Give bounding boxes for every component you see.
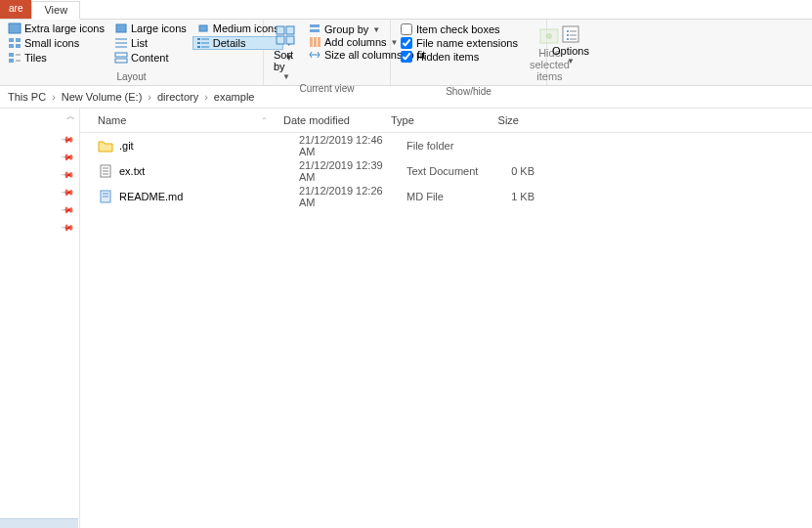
checkbox-icon[interactable] bbox=[401, 37, 412, 49]
svg-rect-6 bbox=[16, 44, 21, 48]
sort-indicator-icon: ⌃ bbox=[261, 116, 268, 125]
breadcrumb-item[interactable]: directory bbox=[157, 91, 198, 103]
chevron-right-icon[interactable]: › bbox=[148, 91, 151, 103]
hide-selected-label: Hide selected items bbox=[530, 47, 570, 82]
pin-icon[interactable]: 📌 bbox=[60, 186, 80, 206]
checkbox-icon[interactable] bbox=[401, 51, 412, 63]
file-icon bbox=[98, 164, 113, 178]
ribbon-group-showhide: Item check boxes File name extensions Hi… bbox=[391, 20, 547, 85]
svg-rect-28 bbox=[310, 37, 313, 47]
group-by-label: Group by bbox=[324, 23, 368, 35]
pin-icon[interactable]: 📌 bbox=[60, 221, 80, 242]
svg-rect-20 bbox=[115, 53, 127, 57]
layout-label: Tiles bbox=[24, 52, 47, 64]
item-check-label: Item check boxes bbox=[416, 23, 500, 35]
pin-icon[interactable]: 📌 bbox=[60, 203, 80, 224]
hidden-label: Hidden items bbox=[416, 51, 479, 63]
group-by-icon bbox=[309, 23, 321, 35]
file-row[interactable]: README.md21/12/2019 12:26 AMMD File1 KB bbox=[80, 184, 812, 209]
tab-view[interactable]: View bbox=[31, 1, 80, 20]
layout-label: Extra large icons bbox=[24, 22, 105, 34]
file-row[interactable]: .git21/12/2019 12:46 AMFile folder bbox=[80, 133, 812, 158]
svg-rect-10 bbox=[197, 38, 200, 40]
svg-rect-3 bbox=[9, 38, 14, 42]
file-size: 0 KB bbox=[491, 165, 542, 177]
layout-list[interactable]: List bbox=[110, 36, 191, 50]
svg-rect-5 bbox=[9, 44, 14, 48]
breadcrumb-item[interactable]: example bbox=[214, 91, 255, 103]
svg-rect-26 bbox=[310, 24, 320, 27]
file-name: .git bbox=[119, 140, 291, 152]
file-name: ex.txt bbox=[119, 165, 291, 177]
svg-rect-27 bbox=[310, 29, 320, 32]
chevron-down-icon: ▼ bbox=[372, 25, 380, 34]
ribbon: Extra large icons Large icons Medium ico… bbox=[0, 20, 812, 86]
fne-label: File name extensions bbox=[416, 37, 518, 49]
breadcrumb-item[interactable]: This PC bbox=[8, 91, 46, 103]
layout-tiles[interactable]: Tiles bbox=[4, 51, 108, 65]
file-icon bbox=[98, 190, 113, 203]
chevron-down-icon: ▼ bbox=[282, 72, 290, 81]
sort-by-button[interactable]: Sort by ▼ bbox=[268, 22, 305, 83]
pin-icon[interactable]: 📌 bbox=[60, 168, 80, 189]
list-icon bbox=[114, 37, 128, 49]
ribbon-group-label: Layout bbox=[4, 71, 259, 83]
file-type: File folder bbox=[399, 140, 491, 152]
collapse-nav-icon[interactable]: ︿ bbox=[66, 110, 75, 123]
svg-point-33 bbox=[546, 33, 552, 39]
layout-label: List bbox=[131, 37, 148, 49]
hidden-items-toggle[interactable]: Hidden items bbox=[401, 51, 518, 63]
layout-label: Large icons bbox=[131, 22, 187, 34]
file-type: Text Document bbox=[399, 165, 491, 177]
ribbon-group-layout: Extra large icons Large icons Medium ico… bbox=[0, 20, 264, 85]
svg-rect-21 bbox=[115, 59, 127, 63]
column-label: Name bbox=[98, 114, 126, 126]
hide-selected-icon bbox=[536, 25, 562, 47]
svg-rect-25 bbox=[286, 36, 294, 44]
add-columns-label: Add columns bbox=[324, 36, 387, 48]
layout-content[interactable]: Content bbox=[110, 51, 191, 65]
details-icon bbox=[196, 37, 210, 49]
file-row[interactable]: ex.txt21/12/2019 12:39 AMText Document0 … bbox=[80, 158, 812, 184]
file-type: MD File bbox=[399, 191, 491, 202]
file-date: 21/12/2019 12:39 AM bbox=[291, 159, 399, 183]
svg-rect-16 bbox=[9, 53, 14, 57]
pin-icon[interactable]: 📌 bbox=[60, 133, 80, 154]
layout-label: Small icons bbox=[24, 37, 79, 49]
layout-small-icons[interactable]: Small icons bbox=[4, 36, 108, 50]
content-icon bbox=[114, 52, 128, 64]
svg-rect-0 bbox=[9, 23, 21, 33]
svg-rect-4 bbox=[16, 38, 21, 42]
svg-rect-23 bbox=[286, 26, 294, 34]
column-header-name[interactable]: Name ⌃ bbox=[80, 112, 276, 128]
layout-extra-large-icons[interactable]: Extra large icons bbox=[4, 22, 108, 35]
large-icons-icon bbox=[114, 22, 128, 34]
file-size: 1 KB bbox=[491, 191, 542, 202]
file-list: Name ⌃ Date modified Type Size .git21/12… bbox=[80, 109, 812, 528]
add-columns-icon bbox=[309, 36, 321, 48]
file-date: 21/12/2019 12:26 AM bbox=[291, 185, 399, 208]
column-header-size[interactable]: Size bbox=[476, 112, 527, 128]
column-header-type[interactable]: Type bbox=[383, 112, 476, 128]
svg-rect-2 bbox=[199, 25, 207, 31]
svg-rect-22 bbox=[277, 26, 284, 34]
checkbox-icon[interactable] bbox=[401, 23, 412, 35]
status-bar bbox=[0, 518, 78, 528]
svg-rect-12 bbox=[197, 42, 200, 44]
column-headers: Name ⌃ Date modified Type Size bbox=[80, 109, 812, 133]
tab-share[interactable]: are bbox=[0, 0, 31, 19]
svg-rect-24 bbox=[277, 36, 284, 44]
layout-large-icons[interactable]: Large icons bbox=[110, 22, 191, 35]
breadcrumb-item[interactable]: New Volume (E:) bbox=[62, 91, 143, 103]
column-header-date[interactable]: Date modified bbox=[276, 112, 383, 128]
medium-icons-icon bbox=[196, 22, 210, 34]
chevron-right-icon[interactable]: › bbox=[52, 91, 56, 103]
chevron-right-icon[interactable]: › bbox=[204, 91, 208, 103]
item-check-boxes-toggle[interactable]: Item check boxes bbox=[401, 23, 518, 35]
pin-icon[interactable]: 📌 bbox=[60, 151, 80, 171]
layout-label: Details bbox=[213, 37, 246, 49]
folder-icon bbox=[98, 139, 113, 153]
sort-icon bbox=[274, 23, 299, 49]
file-name-extensions-toggle[interactable]: File name extensions bbox=[401, 37, 518, 49]
small-icons-icon bbox=[8, 37, 21, 49]
